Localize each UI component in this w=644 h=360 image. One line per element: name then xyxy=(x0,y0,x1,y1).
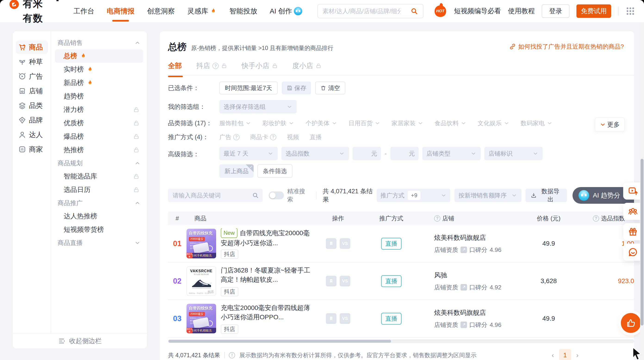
tab-all[interactable]: 全部 xyxy=(168,61,182,77)
promo-product-card[interactable]: 商品卡? xyxy=(250,133,276,141)
menu-item-realtime-rank[interactable]: 实时榜 xyxy=(55,63,143,76)
rail-item-seeding[interactable]: 种草 xyxy=(16,55,48,69)
horizontal-scrollbar[interactable] xyxy=(168,339,634,343)
promo-type-select[interactable]: 推广方式 +9 xyxy=(377,189,450,202)
nav-smart-ads[interactable]: 智能投放 xyxy=(229,7,257,16)
product-title[interactable]: 门店3628！冬暖夏凉~轻奢手工高定！纳帕超软皮... xyxy=(221,266,314,284)
external-link-icon[interactable] xyxy=(460,321,467,328)
table-row[interactable]: 03 自带四线快充 20000毫安 · 支持Micro充电口· 兼容各品牌手机·… xyxy=(168,300,634,337)
menu-item-short-video-rank[interactable]: 短视频带货榜 xyxy=(55,223,143,236)
time-range-tag[interactable]: 时间范围:最近7天 xyxy=(219,82,278,95)
vertical-scrollbar-thumb[interactable] xyxy=(640,159,644,325)
shop-quality-label[interactable]: 店铺资质 xyxy=(434,321,458,329)
rail-item-brands[interactable]: R 品牌 xyxy=(16,113,48,127)
external-link-icon[interactable] xyxy=(460,284,467,290)
data-export-button[interactable]: 数据导出 xyxy=(526,189,567,202)
shop-name[interactable]: 炫美科数码旗舰店 xyxy=(434,233,512,242)
question-icon[interactable]: ? xyxy=(593,215,599,222)
price-max-input[interactable]: 元 xyxy=(390,147,418,160)
shop-quality-label[interactable]: 店铺资质 xyxy=(434,246,458,254)
menu-item-selection-calendar[interactable]: 选品日历 xyxy=(55,183,143,197)
menu-item-influencer-push-rank[interactable]: 达人热推榜 xyxy=(55,209,143,223)
table-row[interactable]: 02 VAKSRCHE 很大品牌 很好穿的鞋 VAKSRCHE 抖店 xyxy=(168,262,634,300)
prev-page-button[interactable]: ‹ xyxy=(552,351,554,359)
menu-section-promotion[interactable]: 商品推广 xyxy=(55,197,143,209)
product-image[interactable]: 自带四线快充 20000毫安 · 支持Micro充电口· 兼容各品牌手机· 适用… xyxy=(186,304,216,333)
shop-name[interactable]: 炫美科数码旗舰店 xyxy=(434,308,512,317)
category-apparel[interactable]: 服饰鞋包 xyxy=(219,119,251,127)
product-title[interactable]: New自带四线充电宝20000毫安超薄小巧迷你适... xyxy=(221,228,314,247)
menu-item-trend-rank[interactable]: 趋势榜 xyxy=(55,90,143,103)
vertical-scrollbar[interactable] xyxy=(640,22,644,360)
price-min-input[interactable]: 元 xyxy=(353,147,381,160)
nav-inspiration[interactable]: 灵感库 xyxy=(187,7,217,16)
rail-item-ads[interactable]: 广告 xyxy=(16,70,48,83)
menu-section-sales[interactable]: 商品销售 xyxy=(55,36,143,49)
free-trial-button[interactable]: 免费试用 xyxy=(576,5,611,18)
index-select[interactable]: 选品指数 xyxy=(282,147,349,160)
menu-item-new-product-rank[interactable]: 新品榜 xyxy=(55,76,143,90)
shop-name[interactable]: 风驰 xyxy=(434,271,512,280)
nav-ai-create[interactable]: AI 创作 xyxy=(270,7,302,16)
horizontal-scrollbar-thumb[interactable] xyxy=(168,340,391,343)
question-icon[interactable]: ? xyxy=(434,215,440,222)
table-row[interactable]: 01 自带四线快充 20000毫安 · 支持Micro充电口· 兼容各品牌手机·… xyxy=(168,225,634,262)
category-food[interactable]: 食品饮料 xyxy=(434,119,466,127)
condition-filter-chip[interactable]: 条件筛选 xyxy=(257,164,292,178)
login-button[interactable]: 登录 xyxy=(542,5,570,18)
category-culture[interactable]: 文化娱乐 xyxy=(478,119,510,127)
product-image[interactable]: VAKSRCHE 很大品牌 很好穿的鞋 VAKSRCHE 抖店 明星同款 · 高… xyxy=(186,266,216,296)
menu-section-live[interactable]: 商品直播 xyxy=(55,236,143,249)
video-guide-link[interactable]: 短视频编导必看 xyxy=(454,7,501,16)
compare-vs-button[interactable]: VS xyxy=(340,276,350,286)
tutorial-link[interactable]: 使用教程 xyxy=(508,7,535,16)
category-personal-care[interactable]: 个护美体 xyxy=(306,119,338,127)
menu-item-hot-push-rank[interactable]: 热推榜 xyxy=(55,143,143,157)
category-beauty[interactable]: 彩妆护肤 xyxy=(262,119,294,127)
global-search-input[interactable] xyxy=(318,5,406,18)
compare-vs-button[interactable]: VS xyxy=(340,238,350,249)
tab-douyin[interactable]: 抖店 ? xyxy=(196,61,227,77)
promo-video[interactable]: 视频 xyxy=(287,133,299,141)
clear-filter-button[interactable]: 清空 xyxy=(315,82,345,95)
rail-item-merchants[interactable]: 商 商家 xyxy=(16,143,48,156)
rail-item-categories[interactable]: 品类 xyxy=(16,99,48,112)
favorite-button[interactable] xyxy=(326,276,336,286)
favorite-button[interactable] xyxy=(326,313,336,324)
category-home[interactable]: 家居家装 xyxy=(392,119,424,127)
global-search-button[interactable] xyxy=(406,5,423,18)
promo-ad[interactable]: 广告? xyxy=(219,133,240,141)
menu-item-quality-rank[interactable]: 优质榜 xyxy=(55,116,143,130)
compare-vs-button[interactable]: VS xyxy=(340,313,350,324)
nav-ecommerce-intel[interactable]: 电商情报 xyxy=(107,7,134,16)
keyword-input[interactable] xyxy=(173,192,252,199)
save-filter-button[interactable]: 保存 xyxy=(282,82,311,95)
nav-creative-insight[interactable]: 创意洞察 xyxy=(147,7,175,16)
favorite-button[interactable] xyxy=(326,238,336,249)
more-categories-button[interactable]: 更多 xyxy=(595,117,625,132)
collapse-sidebar-button[interactable]: 收起侧边栏 xyxy=(13,333,147,348)
precise-search-toggle[interactable] xyxy=(269,191,284,199)
sort-select[interactable]: 按新增销售额降序 xyxy=(454,189,521,202)
product-image[interactable]: 自带四线快充 20000毫安 · 支持Micro充电口· 兼容各品牌手机· 适用… xyxy=(186,229,216,258)
shop-type-select[interactable]: 店铺类型 xyxy=(422,147,481,160)
feedback-like-button[interactable] xyxy=(621,313,641,333)
apps-grid-icon[interactable] xyxy=(626,6,635,16)
nav-workbench[interactable]: 工作台 xyxy=(73,7,94,16)
page-number[interactable]: 1 xyxy=(559,349,571,360)
promo-live[interactable]: 直播 xyxy=(310,133,322,141)
rail-item-influencers[interactable]: 达人 xyxy=(16,128,48,141)
next-page-button[interactable]: › xyxy=(576,351,578,359)
external-link-icon[interactable] xyxy=(460,247,467,253)
category-digital[interactable]: 数码家电 xyxy=(521,119,552,127)
search-icon[interactable] xyxy=(252,192,259,199)
tab-baidu[interactable]: 度小店 xyxy=(292,61,322,77)
menu-item-hot-rank[interactable]: 爆品榜 xyxy=(55,130,143,143)
shop-tag-select[interactable]: 店铺标识 xyxy=(484,147,543,160)
logo[interactable]: 有米有数 xyxy=(9,0,58,26)
rail-item-products[interactable]: 商品 xyxy=(16,41,48,54)
help-link[interactable]: 如何找投了广告并且近期在热销的商品? xyxy=(509,43,624,51)
filter-group-select[interactable]: 选择保存筛选组 xyxy=(219,100,297,113)
menu-item-smart-selection[interactable]: 智能选品库 xyxy=(55,170,143,183)
menu-item-potential-rank[interactable]: 潜力榜 xyxy=(55,103,143,116)
